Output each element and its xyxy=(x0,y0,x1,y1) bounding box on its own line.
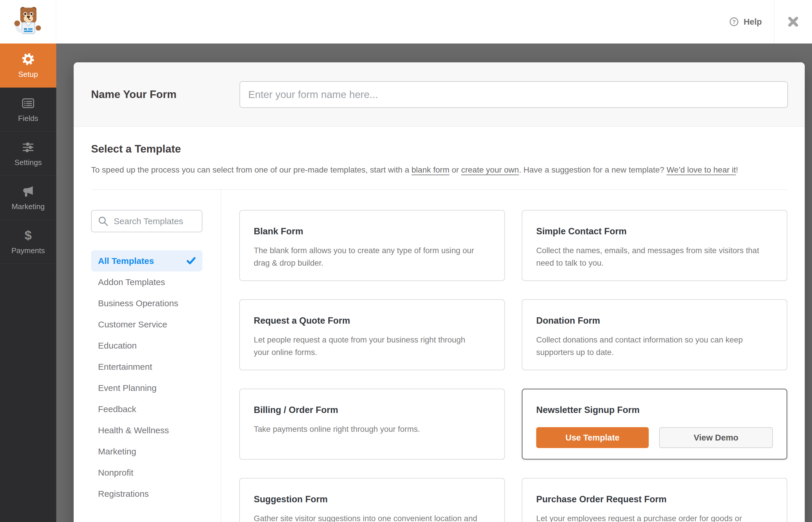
category-item[interactable]: Education xyxy=(91,335,202,356)
sidebar-item-label: Marketing xyxy=(12,202,45,211)
sidebar-item-fields[interactable]: Fields xyxy=(0,87,56,132)
category-item[interactable]: Health & Wellness xyxy=(91,420,202,441)
sidebar-item-setup[interactable]: Setup xyxy=(0,43,56,87)
category-item[interactable]: Entertainment xyxy=(91,356,202,377)
category-item[interactable]: Nonprofit xyxy=(91,462,202,483)
template-card-description: Gather site visitor suggestions into one… xyxy=(254,513,490,522)
category-label: Feedback xyxy=(98,404,136,414)
category-label: Education xyxy=(98,341,137,350)
template-card[interactable]: Suggestion Form Gather site visitor sugg… xyxy=(239,478,505,522)
wpforms-logo xyxy=(0,0,56,43)
category-label: Marketing xyxy=(98,447,136,457)
description-text: or xyxy=(449,165,461,174)
form-name-input[interactable] xyxy=(240,81,788,108)
fields-icon xyxy=(21,96,35,110)
category-label: Registrations xyxy=(98,489,149,499)
category-item-all-templates[interactable]: All Templates xyxy=(91,250,202,272)
category-label: All Templates xyxy=(98,256,154,266)
template-card-title: Donation Form xyxy=(536,316,773,325)
template-card-title: Suggestion Form xyxy=(254,495,490,504)
template-card-description: Let people request a quote from your bus… xyxy=(254,334,490,358)
sidebar-item-label: Payments xyxy=(11,246,45,255)
template-filters: All Templates Addon Templates Business O… xyxy=(91,190,202,504)
name-form-title: Name Your Form xyxy=(91,88,240,101)
template-card[interactable]: Purchase Order Request Form Let your emp… xyxy=(522,478,787,522)
template-card-title: Simple Contact Form xyxy=(536,227,773,236)
category-item[interactable]: Feedback xyxy=(91,399,202,420)
question-circle-icon: ? xyxy=(729,17,739,27)
setup-panel: Name Your Form Select a Template To spee… xyxy=(74,62,805,522)
description-text: . Have a suggestion for a new template? xyxy=(519,165,666,174)
bear-mascot-icon xyxy=(13,6,44,37)
check-icon xyxy=(186,257,196,265)
template-description: To speed up the process you can select f… xyxy=(91,164,787,176)
select-template-title: Select a Template xyxy=(91,143,787,155)
form-builder-app: ? Help Setup xyxy=(0,0,812,522)
close-icon xyxy=(787,15,800,28)
sliders-icon xyxy=(21,140,35,154)
close-builder-button[interactable] xyxy=(774,0,812,43)
search-icon xyxy=(98,216,109,227)
description-text: To speed up the process you can select f… xyxy=(91,165,411,174)
template-card-actions: Use Template View Demo xyxy=(536,427,773,448)
category-label: Event Planning xyxy=(98,383,157,393)
category-label: Health & Wellness xyxy=(98,425,169,435)
description-text: ! xyxy=(736,165,738,174)
sidebar-item-payments[interactable]: $ Payments xyxy=(0,220,56,264)
template-card-description: Take payments online right through your … xyxy=(254,423,490,436)
svg-text:?: ? xyxy=(732,19,736,25)
category-item[interactable]: Marketing xyxy=(91,441,202,462)
template-card-description: Let your employees request a purchase or… xyxy=(536,513,773,522)
search-templates-box xyxy=(91,210,202,232)
help-label: Help xyxy=(744,17,762,27)
template-card-description: Collect the names, emails, and messages … xyxy=(536,244,773,269)
create-your-own-link[interactable]: create your own xyxy=(461,165,519,174)
dollar-icon: $ xyxy=(21,228,35,242)
template-card[interactable]: Simple Contact Form Collect the names, e… xyxy=(522,210,787,281)
megaphone-icon xyxy=(21,184,35,198)
category-label: Nonprofit xyxy=(98,468,134,478)
category-label: Addon Templates xyxy=(98,277,165,287)
template-card-newsletter-signup[interactable]: Newsletter Signup Form Use Template View… xyxy=(522,388,787,460)
template-card-title: Purchase Order Request Form xyxy=(536,495,773,504)
category-item[interactable]: Business Operations xyxy=(91,293,202,314)
view-demo-button[interactable]: View Demo xyxy=(659,427,773,448)
template-card[interactable]: Donation Form Collect donations and cont… xyxy=(522,299,787,370)
sidebar-item-settings[interactable]: Settings xyxy=(0,132,56,176)
search-templates-input[interactable] xyxy=(109,216,202,226)
template-card-description: Collect donations and contact informatio… xyxy=(536,334,773,358)
category-item[interactable]: Addon Templates xyxy=(91,272,202,293)
svg-text:$: $ xyxy=(25,228,32,242)
suggestion-link[interactable]: We’d love to hear it xyxy=(666,165,736,174)
template-card[interactable]: Request a Quote Form Let people request … xyxy=(239,299,505,370)
template-card-grid: Blank Form The blank form allows you to … xyxy=(239,190,787,522)
gear-icon xyxy=(21,52,35,66)
builder-backdrop: Name Your Form Select a Template To spee… xyxy=(56,43,812,522)
sidebar-item-label: Settings xyxy=(15,158,42,167)
template-card-description: The blank form allows you to create any … xyxy=(254,244,490,269)
template-card-title: Billing / Order Form xyxy=(254,405,490,415)
category-label: Business Operations xyxy=(98,298,178,308)
sidebar-item-marketing[interactable]: Marketing xyxy=(0,176,56,220)
template-card-title: Request a Quote Form xyxy=(254,316,490,325)
template-section: Select a Template To speed up the proces… xyxy=(74,127,805,522)
template-card-title: Blank Form xyxy=(254,227,490,236)
template-browser: All Templates Addon Templates Business O… xyxy=(91,190,787,522)
divider xyxy=(221,190,221,522)
category-item[interactable]: Customer Service xyxy=(91,314,202,335)
category-label: Customer Service xyxy=(98,320,167,329)
top-bar: ? Help xyxy=(0,0,812,43)
builder-sidebar: Setup Fields Settings xyxy=(0,43,56,522)
name-your-form-section: Name Your Form xyxy=(74,62,805,127)
use-template-button[interactable]: Use Template xyxy=(536,427,649,448)
help-button[interactable]: ? Help xyxy=(729,17,762,27)
template-card[interactable]: Billing / Order Form Take payments onlin… xyxy=(239,388,505,460)
category-item[interactable]: Registrations xyxy=(91,483,202,504)
sidebar-item-label: Setup xyxy=(18,70,38,79)
template-category-list: All Templates Addon Templates Business O… xyxy=(91,250,202,504)
category-label: Entertainment xyxy=(98,362,152,372)
template-card[interactable]: Blank Form The blank form allows you to … xyxy=(239,210,505,281)
category-item[interactable]: Event Planning xyxy=(91,377,202,399)
sidebar-item-label: Fields xyxy=(18,114,38,123)
blank-form-link[interactable]: blank form xyxy=(411,165,449,174)
